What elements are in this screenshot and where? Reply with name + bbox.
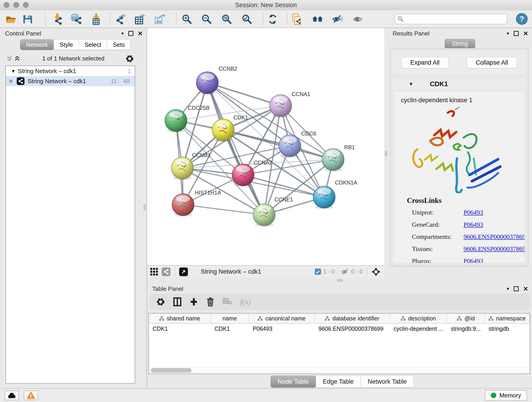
table-cell[interactable]: 9606.ENSP00000378699 bbox=[315, 325, 390, 332]
panel-splitter-handle[interactable] bbox=[144, 204, 146, 211]
horizontal-splitter[interactable] bbox=[147, 278, 532, 283]
tab-network-table[interactable]: Network Table bbox=[361, 376, 414, 388]
crosslinks-title: CrossLinks bbox=[407, 196, 525, 205]
import-table-from-file-icon[interactable] bbox=[90, 13, 103, 25]
network-collection-row[interactable]: ▾ String Network – cdk1 1 bbox=[6, 66, 135, 76]
center-view-crosshair-icon[interactable] bbox=[371, 267, 380, 276]
network-list: ▾ String Network – cdk1 1 String Network… bbox=[6, 65, 135, 384]
network-type-icon bbox=[17, 77, 25, 85]
column-header-namespace[interactable]: namespace bbox=[485, 313, 530, 323]
apply-preferred-layout-icon[interactable] bbox=[266, 13, 279, 25]
first-neighbors-icon[interactable] bbox=[311, 13, 324, 25]
table-cell[interactable]: stringdb:9... bbox=[447, 325, 485, 332]
tab-select[interactable]: Select bbox=[79, 39, 107, 50]
results-panel-close-icon[interactable]: × bbox=[523, 30, 528, 36]
network-view-canvas[interactable]: CCNB2CCNA1CDC25BCDK1CDC6RB1CCNB1CCNA2CDK… bbox=[147, 28, 384, 278]
table-horizontal-scrollbar[interactable] bbox=[149, 367, 530, 374]
crosslink-value-link[interactable]: 9606.ENSP00000378699 bbox=[463, 245, 525, 252]
table-cell[interactable]: stringdb bbox=[485, 325, 530, 332]
table-cell[interactable]: CDK1 bbox=[211, 325, 249, 332]
crosslink-value-link[interactable]: P06493 bbox=[463, 257, 483, 263]
delete-column-trash-icon[interactable] bbox=[206, 297, 215, 306]
network-node-label: CDK1 bbox=[234, 114, 248, 121]
zoom-in-icon[interactable] bbox=[181, 13, 193, 25]
tab-node-table[interactable]: Node Table bbox=[271, 376, 316, 388]
network-edge[interactable] bbox=[223, 130, 333, 160]
table-cell[interactable]: cyclin-dependent ... bbox=[390, 325, 447, 332]
table-options-gear-icon[interactable] bbox=[156, 298, 165, 306]
gene-result-section: ▾ CDK1 cyclin-dependent kinase 1 bbox=[392, 77, 527, 265]
network-edge[interactable] bbox=[183, 205, 264, 215]
control-panel-menu-icon[interactable]: ▾ bbox=[121, 31, 124, 36]
show-graphics-details-icon[interactable] bbox=[331, 13, 344, 25]
network-edge[interactable] bbox=[207, 83, 281, 106]
tab-network[interactable]: Network bbox=[20, 39, 54, 50]
control-panel-close-icon[interactable]: × bbox=[138, 30, 143, 36]
column-header-shared-name[interactable]: shared name bbox=[149, 313, 211, 323]
hidden-items-eye-icon[interactable] bbox=[341, 268, 349, 276]
zoom-out-icon[interactable] bbox=[200, 13, 213, 25]
gene-expander-icon[interactable]: ▾ bbox=[410, 81, 412, 87]
network-row-selected[interactable]: String Network – cdk1 11 48 bbox=[6, 76, 135, 86]
zoom-selected-icon[interactable] bbox=[241, 13, 253, 25]
scrollbar-thumb[interactable] bbox=[151, 368, 191, 373]
table-cell[interactable]: P06493 bbox=[249, 325, 315, 332]
export-table-icon[interactable] bbox=[134, 13, 147, 25]
export-network-icon[interactable] bbox=[114, 13, 127, 25]
detach-view-icon[interactable] bbox=[179, 268, 188, 276]
import-network-from-file-icon[interactable] bbox=[51, 13, 64, 25]
new-network-from-selection-icon[interactable] bbox=[291, 13, 304, 25]
warnings-button[interactable] bbox=[24, 390, 38, 400]
results-panel-float-icon[interactable] bbox=[514, 31, 519, 36]
export-image-icon[interactable] bbox=[154, 13, 167, 25]
results-panel-menu-icon[interactable]: ▾ bbox=[507, 31, 509, 36]
column-header-database-identifier[interactable]: database identifier bbox=[315, 313, 390, 323]
column-header-canonical-name[interactable]: canonical name bbox=[249, 313, 315, 323]
collection-expander-icon[interactable]: ▾ bbox=[12, 68, 15, 74]
selected-items-checkbox-icon[interactable] bbox=[315, 269, 321, 275]
node-table: shared namenamecanonical namedatabase id… bbox=[148, 313, 530, 374]
hide-selected-icon[interactable] bbox=[351, 13, 364, 25]
tab-sets[interactable]: Sets bbox=[107, 39, 131, 50]
expand-all-button[interactable]: Expand All bbox=[401, 57, 449, 68]
crosslink-value-link[interactable]: P06493 bbox=[463, 221, 483, 228]
open-session-icon[interactable] bbox=[5, 13, 17, 25]
vertical-splitter[interactable] bbox=[384, 28, 388, 278]
table-row[interactable]: CDK1CDK1P064939606.ENSP00000378699cyclin… bbox=[149, 324, 530, 334]
birds-eye-view-icon[interactable] bbox=[150, 268, 158, 276]
crosslink-label: Uniprot: bbox=[412, 209, 463, 216]
network-overview-share-icon[interactable] bbox=[162, 268, 171, 276]
column-header--id[interactable]: @id bbox=[447, 313, 485, 323]
cloud-status-button[interactable] bbox=[5, 390, 19, 400]
crosslink-value-link[interactable]: P06493 bbox=[463, 209, 483, 216]
search-field[interactable] bbox=[394, 14, 507, 24]
table-panel-menu-icon[interactable]: ▾ bbox=[507, 286, 509, 292]
show-columns-icon[interactable] bbox=[173, 297, 181, 306]
table-cell[interactable]: CDK1 bbox=[149, 325, 211, 332]
network-graph[interactable]: CCNB2CCNA1CDC25BCDK1CDC6RB1CCNB1CCNA2CDK… bbox=[147, 28, 384, 265]
column-header-description[interactable]: description bbox=[390, 313, 447, 323]
collapse-all-button[interactable]: Collapse All bbox=[467, 57, 517, 68]
splitter-handle[interactable] bbox=[385, 151, 387, 157]
splitter-handle[interactable] bbox=[337, 279, 343, 282]
zoom-fit-content-icon[interactable] bbox=[220, 13, 233, 25]
tab-edge-table[interactable]: Edge Table bbox=[316, 376, 361, 388]
gene-section-header[interactable]: ▾ CDK1 bbox=[392, 78, 526, 90]
search-input[interactable] bbox=[404, 16, 501, 23]
help-icon[interactable]: ? bbox=[516, 13, 528, 25]
control-panel-float-icon[interactable] bbox=[128, 31, 133, 36]
network-options-gear-icon[interactable] bbox=[126, 55, 134, 64]
tab-style[interactable]: Style bbox=[54, 39, 79, 50]
protein-structure-image bbox=[399, 106, 519, 193]
collection-label: String Network – cdk1 bbox=[18, 68, 76, 75]
column-header-name[interactable]: name bbox=[211, 313, 249, 323]
save-session-icon[interactable] bbox=[21, 13, 34, 25]
table-panel-float-icon[interactable] bbox=[514, 286, 519, 291]
tab-string[interactable]: String bbox=[445, 39, 475, 49]
cloud-icon bbox=[7, 392, 16, 399]
memory-button[interactable]: Memory bbox=[485, 390, 527, 401]
table-panel-close-icon[interactable]: × bbox=[523, 286, 528, 292]
create-column-plus-icon[interactable] bbox=[190, 298, 198, 306]
import-network-from-database-icon[interactable] bbox=[70, 13, 82, 25]
crosslink-value-link[interactable]: 9606.ENSP00000378699 bbox=[463, 233, 525, 240]
